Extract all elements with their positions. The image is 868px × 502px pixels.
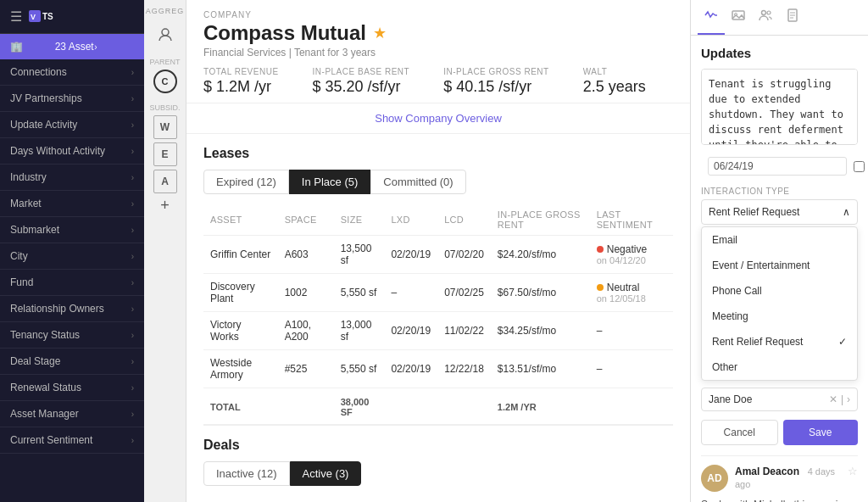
selected-interaction-label: Rent Relief Request: [709, 206, 799, 218]
tab-committed[interactable]: Committed (0): [370, 170, 465, 194]
table-row[interactable]: Westside Armory #525 5,550 sf 02/20/19 1…: [203, 350, 673, 388]
option-phone[interactable]: Phone Call: [702, 278, 857, 304]
option-email[interactable]: Email: [702, 227, 857, 253]
company-label: COMPANY: [203, 10, 673, 20]
sidebar-item-city[interactable]: City›: [0, 243, 144, 270]
sidebar-item-industry[interactable]: Industry›: [0, 165, 144, 191]
building-icon: 🏢: [10, 41, 50, 53]
deals-tab-active[interactable]: Active (3): [290, 461, 362, 486]
tab-people[interactable]: [752, 0, 779, 35]
sidebar-item-label: City: [10, 250, 28, 262]
sidebar: ☰ VTS 🏢 23 Asset › Connections›JV Partne…: [0, 0, 144, 502]
sidebar-item-label: Days Without Activity: [10, 145, 105, 157]
lxd: –: [384, 274, 437, 312]
sidebar-item-fund[interactable]: Fund›: [0, 270, 144, 296]
cancel-button[interactable]: Cancel: [701, 420, 778, 445]
sidebar-chevron-icon: ›: [131, 410, 134, 419]
sidebar-item-days-without-activity[interactable]: Days Without Activity›: [0, 138, 144, 165]
comment-star-icon[interactable]: ☆: [848, 465, 858, 477]
comment-section: AD Amal Deacon 4 days ago ☆ Spoke with M…: [701, 455, 858, 502]
tab-activity[interactable]: [698, 0, 725, 35]
negative-dot-icon: [597, 246, 604, 253]
tab-expired[interactable]: Expired (12): [203, 170, 289, 194]
sidebar-item-jv-partnerships[interactable]: JV Partnerships›: [0, 86, 144, 112]
sidebar-item-update-activity[interactable]: Update Activity›: [0, 112, 144, 138]
deals-section: Deals Inactive (12)Active (3) ASSETSEEKI…: [203, 425, 673, 502]
add-subsid-button[interactable]: +: [160, 197, 170, 215]
asset-name: Victory Works: [203, 312, 278, 350]
favorite-star-icon[interactable]: ★: [373, 24, 387, 42]
logo: VTS: [29, 10, 63, 24]
comment-text: Spoke with Michelle this morning and the…: [701, 497, 858, 502]
tab-documents[interactable]: [779, 0, 806, 35]
subsid-a[interactable]: A: [153, 170, 177, 193]
sidebar-item-relationship-owners[interactable]: Relationship Owners›: [0, 296, 144, 322]
option-other[interactable]: Other: [702, 354, 857, 380]
clear-assignee-icon[interactable]: ✕: [829, 393, 837, 405]
asset-name: Discovery Plant: [203, 274, 278, 312]
sidebar-item-label: JV Partnerships: [10, 92, 82, 104]
tab-inplace[interactable]: In Place (5): [289, 170, 370, 194]
update-textarea[interactable]: [701, 69, 858, 145]
sidebar-chevron-icon: ›: [131, 147, 134, 156]
company-subtitle: Financial Services | Tenant for 3 years: [203, 47, 673, 59]
interaction-type-dropdown[interactable]: Rent Relief Request ∧: [701, 199, 858, 225]
total-rent: 1.2M /yr: [491, 388, 590, 425]
rent: $24.20/sf/mo: [491, 236, 590, 274]
sidebar-item-submarket[interactable]: Submarket›: [0, 217, 144, 243]
date-input[interactable]: [708, 157, 847, 176]
dropdown-assignee-icon[interactable]: ›: [847, 393, 850, 405]
table-row[interactable]: Discovery Plant 1002 5,550 sf – 07/02/25…: [203, 274, 673, 312]
date-row: Mark Important: [701, 154, 858, 178]
leases-column-header: ASSET: [203, 204, 278, 236]
deals-tab-inactive[interactable]: Inactive (12): [203, 461, 290, 486]
main-content: COMPANY Compass Mutual ★ Financial Servi…: [186, 0, 690, 502]
table-row[interactable]: Griffin Center A603 13,500 sf 02/20/19 0…: [203, 236, 673, 274]
sentiment-cell: –: [590, 350, 673, 388]
interaction-dropdown-menu: Email Event / Entertainment Phone Call M…: [701, 226, 858, 381]
option-meeting[interactable]: Meeting: [702, 304, 857, 329]
lcd: 07/02/25: [437, 274, 491, 312]
hamburger-icon[interactable]: ☰: [10, 8, 22, 25]
sidebar-item-renewal-status[interactable]: Renewal Status›: [0, 375, 144, 401]
sentiment-cell: Negativeon 04/12/20: [590, 236, 673, 274]
sidebar-item-current-sentiment[interactable]: Current Sentiment›: [0, 427, 144, 454]
show-overview-link[interactable]: Show Company Overview: [186, 103, 690, 134]
company-header: COMPANY Compass Mutual ★ Financial Servi…: [186, 0, 690, 103]
sidebar-item-connections[interactable]: Connections›: [0, 59, 144, 86]
profile-icon[interactable]: [153, 22, 178, 47]
sidebar-item-label: Update Activity: [10, 119, 77, 131]
option-event[interactable]: Event / Entertainment: [702, 253, 857, 278]
parent-label: PARENT: [150, 58, 181, 66]
sidebar-item-market[interactable]: Market›: [0, 191, 144, 217]
subsid-label: SUBSID.: [149, 103, 180, 112]
space: 1002: [278, 274, 334, 312]
deals-column-header: LAST COMMENT: [563, 496, 673, 502]
svg-text:V: V: [31, 13, 36, 21]
deals-table: ASSETSEEKING SIZESTAGENER / YEARLAST COM…: [203, 496, 673, 502]
deals-tab-group: Inactive (12)Active (3): [203, 461, 673, 486]
leases-column-header: SIZE: [334, 204, 385, 236]
metric-value: 2.5 years: [583, 78, 646, 96]
mark-important-checkbox[interactable]: Mark Important: [854, 154, 868, 178]
deals-title: Deals: [203, 438, 673, 453]
subsid-e[interactable]: E: [153, 142, 177, 166]
deals-column-header: ASSET: [203, 496, 295, 502]
save-button[interactable]: Save: [783, 420, 859, 445]
asset-count-row[interactable]: 🏢 23 Asset ›: [0, 34, 144, 59]
option-rent-relief[interactable]: Rent Relief Request✓: [702, 329, 857, 354]
sidebar-item-deal-stage[interactable]: Deal Stage›: [0, 349, 144, 375]
separator-icon: |: [841, 393, 843, 405]
sidebar-item-label: Relationship Owners: [10, 303, 104, 315]
lxd: 02/20/19: [384, 350, 437, 388]
size: 13,000 sf: [334, 312, 385, 350]
parent-c-badge[interactable]: C: [153, 70, 177, 93]
subsid-w[interactable]: W: [153, 115, 177, 139]
table-row[interactable]: Victory Works A100, A200 13,000 sf 02/20…: [203, 312, 673, 350]
space: #525: [278, 350, 334, 388]
sidebar-item-asset-manager[interactable]: Asset Manager›: [0, 401, 144, 427]
updates-title: Updates: [701, 46, 858, 60]
tab-images[interactable]: [725, 0, 752, 35]
sidebar-item-tenancy-status[interactable]: Tenancy Status›: [0, 322, 144, 349]
lcd: 11/02/22: [437, 312, 491, 350]
